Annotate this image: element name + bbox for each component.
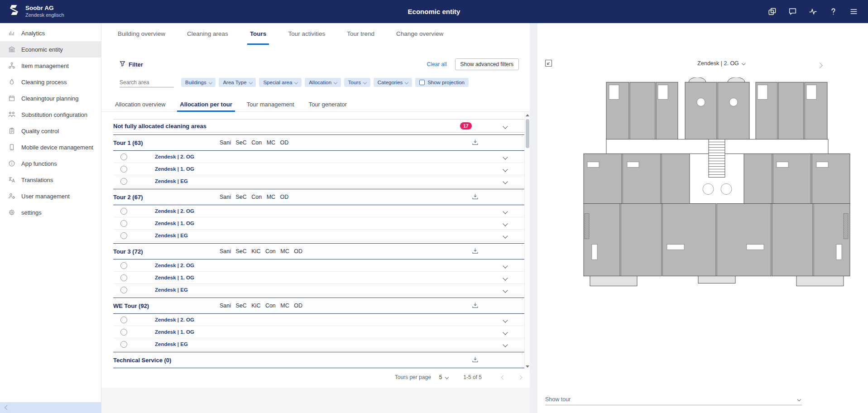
tab-tour-activities[interactable]: Tour activities — [277, 23, 336, 45]
radio-button[interactable] — [120, 262, 127, 269]
radio-button[interactable] — [120, 154, 127, 160]
tab-change-overview[interactable]: Change overview — [385, 23, 454, 45]
scrollbar-thumb[interactable] — [526, 119, 529, 148]
filter-chip-allocation[interactable]: Allocation — [305, 78, 341, 87]
chevron-down-icon[interactable] — [504, 165, 507, 173]
area-row[interactable]: Zendesk | 1. OG — [113, 272, 524, 284]
tour-section-header[interactable]: WE Tour (92) Sani SeC KiC Con MC OD — [113, 298, 524, 314]
sidebar-item-app-functions[interactable]: App functions — [0, 155, 101, 172]
chevron-down-icon[interactable] — [504, 177, 507, 185]
subtab-allocation-per-tour[interactable]: Allocation per tour — [173, 97, 240, 111]
unallocated-header-row[interactable]: Not fully allocated cleaning areas 17 — [113, 119, 524, 133]
radio-button[interactable] — [120, 178, 127, 185]
area-row[interactable]: Zendesk | 1. OG — [113, 163, 524, 175]
search-area-input[interactable] — [120, 78, 174, 87]
filter-chip-tours[interactable]: Tours — [344, 78, 370, 87]
tab-tours[interactable]: Tours — [239, 23, 278, 45]
show-projection-checkbox[interactable]: Show projection — [415, 78, 469, 87]
sidebar-item-item-management[interactable]: Item management — [0, 58, 101, 74]
chevron-down-icon[interactable] — [504, 261, 507, 269]
tour-section-header[interactable]: Tour 2 (67) Sani SeC Con MC OD — [113, 189, 524, 205]
chat-icon[interactable] — [788, 7, 797, 16]
org-chart-icon — [8, 62, 16, 69]
floor-selector[interactable]: Zendesk | 2. OG — [697, 60, 745, 67]
download-icon[interactable] — [472, 356, 479, 363]
area-row[interactable]: Zendesk | EG — [113, 284, 524, 296]
download-icon[interactable] — [472, 248, 479, 255]
scroll-down-arrow[interactable] — [526, 365, 529, 368]
radio-button[interactable] — [120, 208, 127, 215]
area-row[interactable]: Zendesk | 1. OG — [113, 326, 524, 338]
tour-section-header[interactable]: Technical Service (0) — [113, 352, 524, 368]
unallocated-count-badge: 17 — [460, 122, 472, 130]
sidebar-item-cleaningtour-planning[interactable]: Cleaningtour planning — [0, 90, 101, 106]
filter-chip-categories[interactable]: Categories — [374, 78, 412, 87]
area-row[interactable]: Zendesk | 2. OG — [113, 151, 524, 163]
chevron-down-icon[interactable] — [504, 231, 507, 240]
radio-button[interactable] — [120, 166, 127, 173]
tab-cleaning-areas[interactable]: Cleaning areas — [176, 23, 239, 45]
sidebar-collapse-button[interactable] — [0, 402, 101, 413]
download-icon[interactable] — [472, 193, 479, 200]
chevron-down-icon[interactable] — [504, 122, 507, 130]
help-icon[interactable] — [829, 7, 838, 16]
sidebar-item-quality-control[interactable]: Quality control — [0, 123, 101, 139]
subtab-tour-management[interactable]: Tour management — [240, 97, 302, 111]
subtab-allocation-overview[interactable]: Allocation overview — [108, 97, 173, 111]
sidebar-item-mobile-device-management[interactable]: Mobile device management — [0, 139, 101, 155]
show-advanced-filters-button[interactable]: Show advanced filters — [455, 58, 519, 70]
tab-building-overview[interactable]: Building overview — [107, 23, 176, 45]
sidebar-item-settings[interactable]: settings — [0, 204, 101, 221]
menu-icon[interactable] — [849, 7, 858, 16]
tour-section-header[interactable]: Tour 1 (63) Sani SeC Con MC OD — [113, 134, 524, 151]
per-page-select[interactable]: 5 — [439, 374, 448, 380]
area-row[interactable]: Zendesk | EG — [113, 175, 524, 187]
sidebar-item-analytics[interactable]: Analytics — [0, 25, 101, 41]
subtab-tour-generator[interactable]: Tour generator — [302, 97, 355, 111]
expand-icon[interactable] — [545, 59, 552, 67]
radio-button[interactable] — [120, 274, 127, 281]
radio-button[interactable] — [120, 341, 127, 348]
next-page-button[interactable] — [518, 374, 522, 380]
sidebar-item-substitution-configuration[interactable]: Substitution configuration — [0, 106, 101, 123]
area-row[interactable]: Zendesk | 2. OG — [113, 259, 524, 272]
chevron-down-icon — [363, 81, 367, 84]
tab-tour-trend[interactable]: Tour trend — [336, 23, 385, 45]
radio-button[interactable] — [120, 329, 127, 336]
radio-button[interactable] — [120, 287, 127, 293]
clear-all-link[interactable]: Clear all — [427, 61, 447, 67]
chevron-down-icon[interactable] — [504, 328, 507, 336]
tour-section-header[interactable]: Tour 3 (72) Sani SeC KiC Con MC OD — [113, 243, 524, 259]
area-row[interactable]: Zendesk | 2. OG — [113, 205, 524, 217]
chevron-down-icon[interactable] — [504, 207, 507, 215]
prev-page-button[interactable] — [502, 374, 505, 380]
list-scrollbar[interactable] — [524, 112, 530, 370]
download-icon[interactable] — [472, 302, 479, 309]
area-row[interactable]: Zendesk | EG — [113, 230, 524, 242]
activity-icon[interactable] — [809, 7, 817, 16]
filter-chip-buildings[interactable]: Buildings — [181, 78, 216, 87]
scroll-up-arrow[interactable] — [526, 114, 529, 116]
windows-icon[interactable] — [768, 7, 777, 16]
area-row[interactable]: Zendesk | 2. OG — [113, 314, 524, 326]
sidebar-item-translations[interactable]: Translations — [0, 172, 101, 188]
chevron-down-icon[interactable] — [504, 286, 507, 294]
radio-button[interactable] — [120, 220, 127, 227]
sidebar-item-economic-entity[interactable]: Economic entity — [0, 41, 101, 58]
chevron-down-icon[interactable] — [504, 274, 507, 282]
chevron-down-icon[interactable] — [504, 153, 507, 161]
radio-button[interactable] — [120, 232, 127, 239]
area-row[interactable]: Zendesk | EG — [113, 338, 524, 351]
download-icon[interactable] — [472, 139, 479, 146]
show-tour-select[interactable]: Show tour — [545, 394, 802, 405]
radio-button[interactable] — [120, 317, 127, 323]
sidebar-item-user-management[interactable]: User management — [0, 188, 101, 204]
filter-chip-special-area[interactable]: Special area — [259, 78, 302, 87]
filter-chip-area-type[interactable]: Area Type — [219, 78, 256, 87]
area-row[interactable]: Zendesk | 1. OG — [113, 217, 524, 230]
chevron-down-icon[interactable] — [504, 316, 507, 324]
chevron-down-icon[interactable] — [504, 219, 507, 227]
next-floor-chevron[interactable] — [818, 61, 822, 69]
sidebar-item-cleaning-process[interactable]: Cleaning process — [0, 74, 101, 90]
chevron-down-icon[interactable] — [504, 340, 507, 348]
